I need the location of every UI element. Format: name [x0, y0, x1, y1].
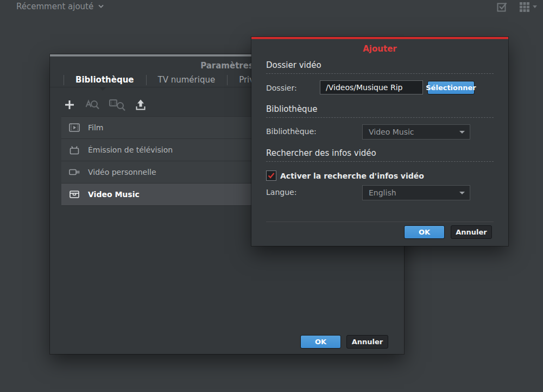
footer-divider — [266, 222, 494, 222]
search-video-info-button[interactable] — [109, 98, 125, 111]
tab-tv-numerique[interactable]: TV numérique — [146, 73, 228, 87]
dropdown-arrow-icon — [459, 192, 465, 194]
language-select[interactable]: English — [362, 185, 470, 200]
enable-search-label[interactable]: Activer la recherche d'infos vidéo — [280, 172, 424, 180]
section-divider — [266, 117, 494, 118]
grid-view-icon — [519, 2, 530, 12]
section-divider — [266, 161, 494, 162]
library-section-title: Bibliothèque — [266, 104, 317, 114]
add-dialog: Ajouter Dossier vidéo Dossier: Sélection… — [251, 37, 508, 246]
add-cancel-button[interactable]: Annuler — [451, 225, 492, 239]
search-video-info-icon — [109, 98, 125, 111]
search-info-section-title: Rechercher des infos vidéo — [266, 148, 376, 158]
checkbox-select-icon — [496, 1, 508, 13]
tab-bibliotheque[interactable]: Bibliothèque — [64, 73, 146, 87]
video-station-app: Récemment ajouté Paramètres Bibliothèque… — [0, 0, 543, 392]
folder-path-input[interactable] — [320, 80, 423, 94]
multi-select-button[interactable] — [496, 1, 508, 15]
add-library-button[interactable] — [64, 99, 75, 111]
active-tab-notch — [99, 87, 106, 91]
recently-added-label: Récemment ajouté — [16, 2, 93, 11]
select-folder-button[interactable]: Sélectionner — [427, 81, 475, 94]
recently-added-filter[interactable]: Récemment ajouté — [16, 2, 104, 11]
enable-search-checkbox[interactable] — [266, 170, 276, 181]
film-icon — [69, 123, 80, 132]
section-divider — [266, 73, 494, 74]
library-select[interactable]: Video Music — [362, 124, 470, 140]
library-row-label: Film — [88, 123, 103, 132]
library-select-value: Video Music — [369, 128, 414, 136]
chevron-down-icon — [98, 4, 104, 9]
folder-label: Dossier: — [266, 84, 297, 92]
video-folder-section-title: Dossier vidéo — [266, 60, 321, 70]
settings-ok-button[interactable]: OK — [300, 335, 341, 349]
settings-cancel-button[interactable]: Annuler — [346, 335, 388, 349]
view-mode-button[interactable] — [519, 2, 537, 12]
language-select-value: English — [369, 188, 396, 197]
archive-box-icon — [69, 190, 80, 199]
add-dialog-title: Ajouter — [251, 44, 508, 54]
search-title-button[interactable] — [85, 98, 99, 111]
caret-down-icon — [533, 5, 537, 9]
search-title-icon — [85, 98, 99, 111]
library-row-label: Video Music — [88, 190, 140, 199]
video-camera-icon — [69, 168, 80, 176]
add-icon — [64, 99, 75, 111]
language-label: Langue: — [266, 188, 296, 197]
tv-icon — [69, 146, 80, 155]
upload-button[interactable] — [135, 99, 147, 111]
upload-icon — [135, 99, 147, 111]
library-label: Bibliothèque: — [266, 127, 317, 136]
library-row-label: Vidéo personnelle — [88, 168, 156, 176]
red-check-icon — [267, 172, 275, 180]
library-row-label: Émission de télévision — [88, 146, 173, 154]
dropdown-arrow-icon — [459, 131, 465, 134]
add-ok-button[interactable]: OK — [404, 225, 445, 239]
library-toolbar — [64, 96, 147, 114]
